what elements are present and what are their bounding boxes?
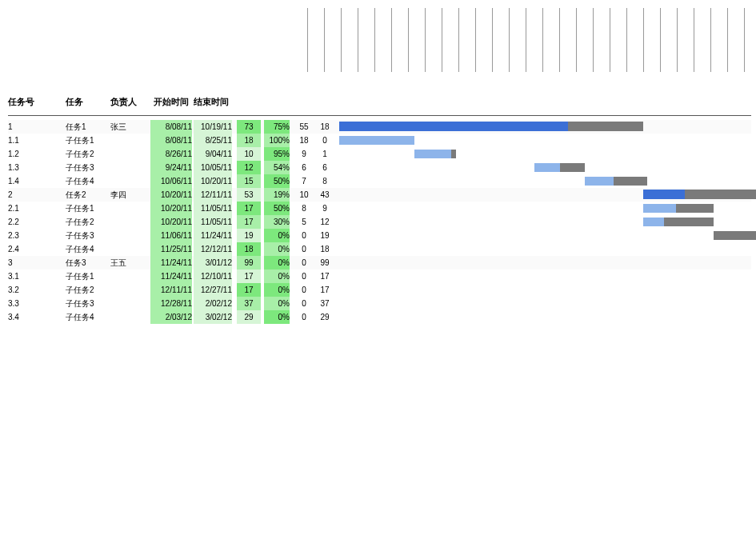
cell-duration[interactable]: 18 xyxy=(237,134,261,147)
cell-task[interactable]: 任务2 xyxy=(66,188,110,202)
cell-end[interactable]: 10/05/11 xyxy=(194,161,232,174)
cell-duration[interactable]: 17 xyxy=(237,202,261,215)
cell-duration[interactable]: 17 xyxy=(237,269,261,283)
task-row[interactable]: 3.1子任务111/24/1112/10/11170%017 xyxy=(8,269,751,283)
cell-percent[interactable]: 19% xyxy=(264,188,290,202)
cell-duration[interactable]: 15 xyxy=(237,174,261,188)
cell-remaining[interactable]: 1 xyxy=(315,147,334,161)
cell-percent[interactable]: 0% xyxy=(264,242,290,256)
cell-done[interactable]: 8 xyxy=(294,202,314,215)
cell-percent[interactable]: 0% xyxy=(264,283,290,297)
cell-done[interactable]: 18 xyxy=(294,134,314,147)
cell-owner[interactable] xyxy=(110,283,144,297)
cell-percent[interactable]: 100% xyxy=(264,134,290,147)
cell-remaining[interactable]: 8 xyxy=(315,174,334,188)
cell-remaining[interactable]: 0 xyxy=(315,134,334,147)
cell-done[interactable]: 7 xyxy=(294,174,314,188)
cell-done[interactable]: 0 xyxy=(294,269,314,283)
cell-owner[interactable] xyxy=(110,174,144,188)
cell-task[interactable]: 子任务4 xyxy=(66,310,110,324)
cell-start[interactable]: 2/03/12 xyxy=(150,310,192,324)
cell-percent[interactable]: 0% xyxy=(264,229,290,242)
cell-duration[interactable]: 29 xyxy=(237,310,261,324)
cell-duration[interactable]: 10 xyxy=(237,147,261,161)
cell-id[interactable]: 3.3 xyxy=(8,297,32,310)
cell-percent[interactable]: 0% xyxy=(264,297,290,310)
cell-percent[interactable]: 0% xyxy=(264,256,290,269)
cell-start[interactable]: 9/24/11 xyxy=(150,161,192,174)
cell-start[interactable]: 8/26/11 xyxy=(150,147,192,161)
cell-duration[interactable]: 12 xyxy=(237,161,261,174)
cell-end[interactable]: 11/05/11 xyxy=(194,215,232,229)
task-row-major[interactable]: 2任务2李四10/20/1112/11/115319%1043 xyxy=(8,188,751,202)
cell-id[interactable]: 3 xyxy=(8,256,32,269)
cell-id[interactable]: 1.4 xyxy=(8,174,32,188)
cell-owner[interactable] xyxy=(110,269,144,283)
cell-remaining[interactable]: 18 xyxy=(315,120,334,134)
cell-end[interactable]: 3/02/12 xyxy=(194,310,232,324)
cell-remaining[interactable]: 43 xyxy=(315,188,334,202)
task-row[interactable]: 2.2子任务210/20/1111/05/111730%512 xyxy=(8,215,751,229)
cell-end[interactable]: 11/24/11 xyxy=(194,229,232,242)
cell-remaining[interactable]: 17 xyxy=(315,283,334,297)
cell-end[interactable]: 8/25/11 xyxy=(194,134,232,147)
cell-task[interactable]: 子任务4 xyxy=(66,242,110,256)
cell-start[interactable]: 10/06/11 xyxy=(150,174,192,188)
task-row[interactable]: 3.4子任务42/03/123/02/12290%029 xyxy=(8,310,751,324)
cell-remaining[interactable]: 9 xyxy=(315,202,334,215)
cell-end[interactable]: 11/05/11 xyxy=(194,202,232,215)
cell-start[interactable]: 11/24/11 xyxy=(150,256,192,269)
cell-id[interactable]: 2 xyxy=(8,188,32,202)
cell-start[interactable]: 11/25/11 xyxy=(150,242,192,256)
cell-remaining[interactable]: 37 xyxy=(315,297,334,310)
cell-owner[interactable] xyxy=(110,242,144,256)
cell-duration[interactable]: 17 xyxy=(237,283,261,297)
cell-owner[interactable] xyxy=(110,215,144,229)
cell-done[interactable]: 5 xyxy=(294,215,314,229)
cell-duration[interactable]: 53 xyxy=(237,188,261,202)
cell-id[interactable]: 2.4 xyxy=(8,242,32,256)
cell-task[interactable]: 子任务2 xyxy=(66,215,110,229)
cell-owner[interactable] xyxy=(110,310,144,324)
cell-end[interactable]: 9/04/11 xyxy=(194,147,232,161)
cell-task[interactable]: 任务3 xyxy=(66,256,110,269)
cell-percent[interactable]: 50% xyxy=(264,202,290,215)
cell-task[interactable]: 子任务2 xyxy=(66,147,110,161)
cell-owner[interactable]: 李四 xyxy=(110,188,144,202)
cell-owner[interactable] xyxy=(110,229,144,242)
cell-end[interactable]: 10/20/11 xyxy=(194,174,232,188)
cell-remaining[interactable]: 99 xyxy=(315,256,334,269)
cell-id[interactable]: 1.1 xyxy=(8,134,32,147)
cell-owner[interactable] xyxy=(110,161,144,174)
cell-percent[interactable]: 0% xyxy=(264,269,290,283)
task-row[interactable]: 1.3子任务39/24/1110/05/111254%66 xyxy=(8,161,751,174)
task-row[interactable]: 3.3子任务312/28/112/02/12370%037 xyxy=(8,297,751,310)
task-row[interactable]: 1.1子任务18/08/118/25/1118100%180 xyxy=(8,134,751,147)
cell-end[interactable]: 10/19/11 xyxy=(194,120,232,134)
cell-start[interactable]: 11/06/11 xyxy=(150,229,192,242)
cell-id[interactable]: 2.3 xyxy=(8,229,32,242)
cell-done[interactable]: 0 xyxy=(294,297,314,310)
cell-owner[interactable] xyxy=(110,202,144,215)
cell-done[interactable]: 0 xyxy=(294,242,314,256)
cell-remaining[interactable]: 6 xyxy=(315,161,334,174)
cell-task[interactable]: 子任务2 xyxy=(66,283,110,297)
cell-owner[interactable] xyxy=(110,297,144,310)
cell-id[interactable]: 1.3 xyxy=(8,161,32,174)
cell-id[interactable]: 2.1 xyxy=(8,202,32,215)
cell-start[interactable]: 12/11/11 xyxy=(150,283,192,297)
cell-remaining[interactable]: 17 xyxy=(315,269,334,283)
cell-done[interactable]: 0 xyxy=(294,310,314,324)
cell-percent[interactable]: 54% xyxy=(264,161,290,174)
cell-end[interactable]: 2/02/12 xyxy=(194,297,232,310)
cell-start[interactable]: 10/20/11 xyxy=(150,215,192,229)
cell-duration[interactable]: 17 xyxy=(237,215,261,229)
cell-owner[interactable]: 张三 xyxy=(110,120,144,134)
cell-duration[interactable]: 99 xyxy=(237,256,261,269)
cell-remaining[interactable]: 12 xyxy=(315,215,334,229)
cell-task[interactable]: 子任务1 xyxy=(66,269,110,283)
cell-remaining[interactable]: 29 xyxy=(315,310,334,324)
cell-task[interactable]: 子任务3 xyxy=(66,161,110,174)
cell-done[interactable]: 6 xyxy=(294,161,314,174)
cell-done[interactable]: 0 xyxy=(294,229,314,242)
